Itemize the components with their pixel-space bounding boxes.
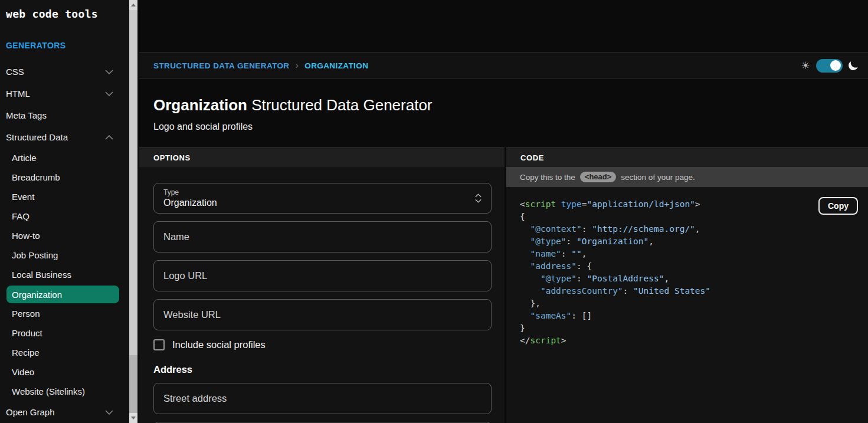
- sidebar-item-website-sitelinks[interactable]: Website (Sitelinks): [0, 382, 129, 401]
- sidebar-item-breadcrumb[interactable]: Breadcrumb: [0, 168, 129, 187]
- sidebar-item-structured-data[interactable]: Structured Data: [0, 126, 129, 148]
- scrollbar-down-button[interactable]: [129, 413, 137, 423]
- sidebar-item-faq[interactable]: FAQ: [0, 206, 129, 226]
- theme-toggle-knob: [830, 60, 841, 71]
- page-title: Organization Structured Data Generator: [153, 96, 868, 114]
- copy-hint-prefix: Copy this to the: [520, 173, 575, 182]
- copy-hint-bar: Copy this to the <head> section of your …: [506, 167, 868, 187]
- sidebar-item-label: HTML: [6, 88, 30, 99]
- theme-toggle[interactable]: [816, 59, 843, 73]
- sidebar-item-person[interactable]: Person: [0, 304, 129, 323]
- logo-url-input[interactable]: [153, 260, 492, 291]
- app-logo[interactable]: web code tools: [0, 0, 129, 20]
- chevron-up-icon: [105, 135, 113, 140]
- sidebar-item-product[interactable]: Product: [0, 323, 129, 343]
- sidebar-item-organization-selected[interactable]: Organization: [6, 286, 119, 303]
- app-window: web code tools GENERATORS CSS HTML Meta …: [0, 0, 868, 423]
- include-social-profiles-row[interactable]: Include social profiles: [153, 339, 492, 350]
- main-content: STRUCTURED DATA GENERATOR › ORGANIZATION…: [139, 0, 868, 423]
- code-body: <script type="application/ld+json">{ "@c…: [506, 187, 868, 347]
- breadcrumb-bar: STRUCTURED DATA GENERATOR › ORGANIZATION…: [139, 52, 868, 79]
- sidebar-item-local-business[interactable]: Local Business: [0, 265, 129, 284]
- breadcrumb-current: ORGANIZATION: [304, 61, 368, 70]
- options-form: Type Organization Include social profile…: [139, 167, 505, 423]
- head-tag-badge: <head>: [580, 172, 617, 182]
- chevron-down-icon: [105, 91, 113, 96]
- type-select-value: Organization: [163, 198, 467, 208]
- generator-panels: OPTIONS Type Organization: [139, 147, 868, 423]
- sidebar-item-label: Structured Data: [6, 132, 68, 142]
- sidebar-item-meta-tags[interactable]: Meta Tags: [0, 104, 129, 126]
- options-panel: OPTIONS Type Organization: [139, 147, 505, 423]
- theme-controls: ☀: [801, 59, 858, 73]
- include-social-profiles-label: Include social profiles: [172, 339, 266, 350]
- code-panel: CODE Copy this to the <head> section of …: [506, 147, 868, 423]
- page-subtitle: Logo and social profiles: [153, 122, 868, 132]
- sidebar-item-label: CSS: [6, 67, 24, 77]
- chevron-down-icon: [105, 70, 113, 74]
- chevron-down-icon: [105, 410, 113, 415]
- sidebar-nav: CSS HTML Meta Tags Structured Data: [0, 61, 129, 423]
- breadcrumb-parent-link[interactable]: STRUCTURED DATA GENERATOR: [153, 61, 290, 70]
- page-title-bold: Organization: [153, 96, 247, 114]
- breadcrumb: STRUCTURED DATA GENERATOR › ORGANIZATION: [153, 61, 368, 70]
- breadcrumb-separator-icon: ›: [296, 61, 299, 70]
- sun-icon: ☀: [801, 61, 810, 71]
- page-scrollbar[interactable]: [129, 0, 137, 423]
- scrollbar-thumb[interactable]: [129, 10, 137, 355]
- sidebar-item-label: Meta Tags: [6, 110, 47, 120]
- sidebar-item-open-graph[interactable]: Open Graph: [0, 401, 129, 423]
- options-panel-header: OPTIONS: [139, 147, 505, 167]
- code-panel-header: CODE: [506, 147, 868, 167]
- sidebar-section-generators: GENERATORS: [0, 20, 129, 50]
- select-spinner-icon: [475, 194, 482, 203]
- triangle-up-icon: [131, 4, 136, 6]
- type-select-label: Type: [163, 188, 467, 196]
- sidebar-item-css[interactable]: CSS: [0, 61, 129, 83]
- sidebar: web code tools GENERATORS CSS HTML Meta …: [0, 0, 129, 423]
- sidebar-item-how-to[interactable]: How-to: [0, 226, 129, 245]
- type-select[interactable]: Type Organization: [153, 183, 492, 214]
- include-social-profiles-checkbox[interactable]: [153, 339, 165, 350]
- name-input[interactable]: [153, 221, 492, 253]
- sidebar-item-video[interactable]: Video: [0, 362, 129, 382]
- page-header: Organization Structured Data Generator L…: [139, 79, 868, 147]
- triangle-down-icon: [131, 417, 136, 419]
- sidebar-item-article[interactable]: Article: [0, 148, 129, 168]
- page-title-rest: Structured Data Generator: [247, 96, 433, 114]
- scrollbar-up-button[interactable]: [129, 0, 137, 10]
- sidebar-item-html[interactable]: HTML: [0, 83, 129, 104]
- sidebar-item-event[interactable]: Event: [0, 187, 129, 206]
- copy-button[interactable]: Copy: [818, 197, 858, 215]
- sidebar-item-job-posting[interactable]: Job Posting: [0, 245, 129, 265]
- website-url-input[interactable]: [153, 299, 492, 330]
- street-address-input[interactable]: [153, 383, 492, 414]
- sidebar-item-label: Open Graph: [6, 407, 55, 417]
- address-heading: Address: [153, 364, 492, 375]
- code-block: <script type="application/ld+json">{ "@c…: [520, 198, 868, 347]
- copy-hint-suffix: section of your page.: [621, 173, 695, 182]
- sidebar-item-recipe[interactable]: Recipe: [0, 343, 129, 362]
- moon-icon: [847, 60, 859, 71]
